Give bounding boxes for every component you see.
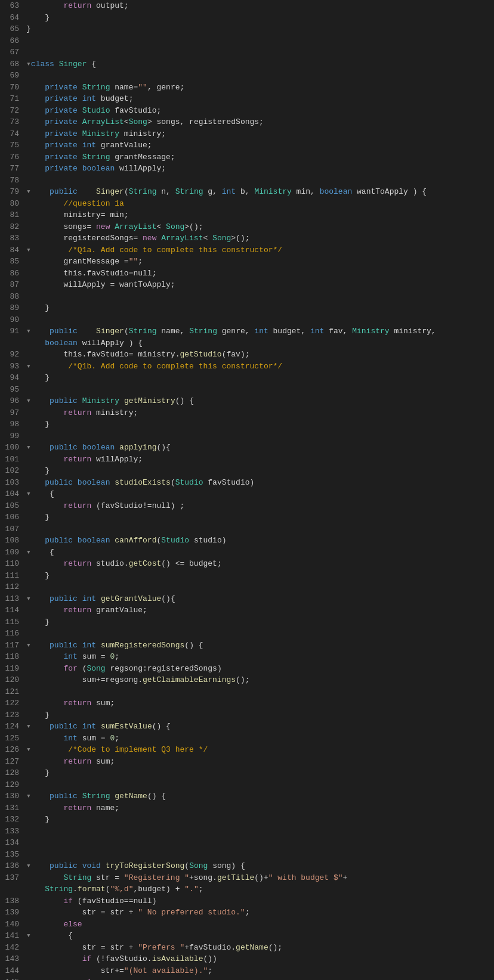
line-number: 135 [5, 849, 26, 861]
code-text: } [26, 814, 494, 826]
table-row: 76 private String grantMessage; [5, 151, 494, 163]
code-text [26, 314, 494, 326]
line-number: 126 [5, 744, 26, 756]
table-row: 114 return grantValue; [5, 604, 494, 616]
line-number: 145 [5, 976, 26, 980]
table-row: 131 return name; [5, 802, 494, 814]
code-text: } [26, 709, 494, 721]
code-text: ▾ /*Code to implement Q3 here */ [26, 744, 494, 756]
line-number: 139 [5, 907, 26, 919]
code-text: ▾ /*Q1a. Add code to complete this const… [26, 244, 494, 256]
line-number: 86 [5, 268, 26, 280]
table-row: 75 private int grantValue; [5, 139, 494, 151]
line-number: 68 [5, 58, 26, 70]
line-number: 74 [5, 128, 26, 140]
line-number: 92 [5, 349, 26, 361]
line-number: 137 [5, 872, 26, 884]
line-number: 115 [5, 616, 26, 628]
code-text: public boolean canAfford(Studio studio) [26, 535, 494, 547]
table-row: boolean willApply ) { [5, 337, 494, 349]
table-row: 138 if (favStudio==null) [5, 895, 494, 907]
code-text: private ArrayList<Song> songs, registere… [26, 116, 494, 128]
code-text: sum+=regsong.getClaimableEarnings(); [26, 674, 494, 686]
line-number: 112 [5, 581, 26, 593]
code-text: private Studio favStudio; [26, 105, 494, 117]
line-number: 72 [5, 105, 26, 117]
table-row: 68▾class Singer { [5, 58, 494, 70]
code-text: ▾ public boolean applying(){ [26, 442, 494, 454]
table-row: 98 } [5, 418, 494, 430]
code-text: return sum; [26, 756, 494, 768]
line-number: 109 [5, 547, 26, 559]
table-row: 91▾ public Singer(String name, String ge… [5, 325, 494, 337]
code-text: } [26, 616, 494, 628]
line-number: 67 [5, 46, 26, 58]
table-row: 128 } [5, 767, 494, 779]
line-number: 140 [5, 919, 26, 931]
line-number: 90 [5, 314, 26, 326]
code-text: //question 1a [26, 198, 494, 210]
code-text: str = str + " No preferred studio."; [26, 907, 494, 919]
code-text [26, 628, 494, 640]
line-number: 124 [5, 721, 26, 733]
table-row: 125 int sum = 0; [5, 733, 494, 745]
line-number: 88 [5, 291, 26, 303]
line-number: 138 [5, 895, 26, 907]
table-row: 66 [5, 35, 494, 47]
table-row: 100▾ public boolean applying(){ [5, 442, 494, 454]
line-number: 114 [5, 604, 26, 616]
code-text: return ministry; [26, 407, 494, 419]
line-number: 103 [5, 477, 26, 489]
code-text: grantMessage =""; [26, 256, 494, 268]
line-number: 118 [5, 651, 26, 663]
line-number: 87 [5, 279, 26, 291]
line-number: 107 [5, 523, 26, 535]
table-row: 96▾ public Ministry getMinistry() { [5, 395, 494, 407]
code-text: return name; [26, 802, 494, 814]
table-row: 134 [5, 837, 494, 849]
table-row: 126▾ /*Code to implement Q3 here */ [5, 744, 494, 756]
code-lines[interactable]: 63 return output;64 }65}666768▾class Sin… [0, 0, 494, 980]
line-number: 85 [5, 256, 26, 268]
code-text: ▾ public void tryToRegisterSong(Song son… [26, 860, 494, 872]
code-text: } [26, 418, 494, 430]
line-number: 133 [5, 826, 26, 838]
code-text: else [26, 919, 494, 931]
code-text: ▾ { [26, 488, 494, 500]
code-text: if (!favStudio.isAvailable()) [26, 953, 494, 965]
line-number: 110 [5, 558, 26, 570]
table-row: 106 } [5, 511, 494, 523]
code-text: willApply = wantToApply; [26, 279, 494, 291]
table-row: 73 private ArrayList<Song> songs, regist… [5, 116, 494, 128]
table-row: 72 private Studio favStudio; [5, 105, 494, 117]
line-number: 83 [5, 232, 26, 244]
line-number: 105 [5, 500, 26, 512]
table-row: String.format("%,d",budget) + "."; [5, 883, 494, 895]
line-number: 82 [5, 221, 26, 233]
code-text [26, 175, 494, 187]
table-row: 90 [5, 314, 494, 326]
table-row: 92 this.favStudio= ministry.getStudio(fa… [5, 349, 494, 361]
code-text [26, 826, 494, 838]
table-row: 135 [5, 849, 494, 861]
table-row: 84▾ /*Q1a. Add code to complete this con… [5, 244, 494, 256]
table-row: 136▾ public void tryToRegisterSong(Song … [5, 860, 494, 872]
line-number: 65 [5, 23, 26, 35]
code-text: int sum = 0; [26, 733, 494, 745]
code-text: this.favStudio=null; [26, 268, 494, 280]
line-number: 96 [5, 395, 26, 407]
table-row: 88 [5, 291, 494, 303]
table-row: 127 return sum; [5, 756, 494, 768]
line-number: 116 [5, 628, 26, 640]
line-number: 79 [5, 186, 26, 198]
line-number: 84 [5, 244, 26, 256]
line-number: 120 [5, 674, 26, 686]
table-row: 97 return ministry; [5, 407, 494, 419]
table-row: 112 [5, 581, 494, 593]
line-number: 81 [5, 209, 26, 221]
table-row: 103 public boolean studioExists(Studio f… [5, 477, 494, 489]
code-text: public boolean studioExists(Studio favSt… [26, 477, 494, 489]
table-row: 133 [5, 826, 494, 838]
line-number: 127 [5, 756, 26, 768]
table-row: 118 int sum = 0; [5, 651, 494, 663]
